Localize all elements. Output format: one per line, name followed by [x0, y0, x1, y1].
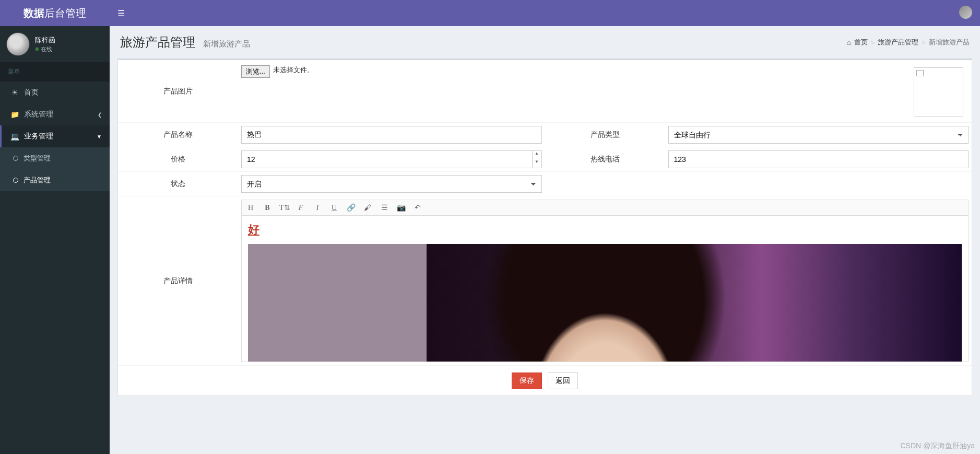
breadcrumb-mid[interactable]: 旅游产品管理 [878, 38, 918, 47]
laptop-icon: 💻 [9, 132, 20, 141]
link-icon[interactable]: 🔗 [346, 203, 356, 212]
label-product-image: 产品图片 [118, 60, 238, 122]
underline-icon[interactable]: U [329, 204, 339, 212]
editor-embedded-image [248, 244, 962, 362]
user-status: 在线 [35, 45, 55, 53]
sidebar-item-business[interactable]: 💻 业务管理 ▼ [0, 125, 110, 147]
breadcrumb-home[interactable]: 首页 [854, 38, 868, 47]
row-name-type: 产品名称 产品类型 全球自由行 [118, 123, 972, 147]
label-hotline: 热线电话 [545, 147, 665, 171]
menu-toggle-icon[interactable]: ☰ [110, 8, 133, 18]
label-detail: 产品详情 [118, 196, 238, 365]
editor-toolbar: H B T⇅ F I U 🔗 🖌 ☰ 📷 ↶ [241, 200, 969, 216]
row-product-image: 产品图片 浏览... 未选择文件。 [118, 60, 972, 123]
fontsize-icon[interactable]: T⇅ [279, 203, 289, 212]
save-button[interactable]: 保存 [512, 372, 542, 389]
menu-header: 菜单 [0, 62, 110, 82]
sidebar-item-system[interactable]: 📁 系统管理 ❮ [0, 103, 110, 125]
back-button[interactable]: 返回 [548, 372, 578, 389]
content: 旅游产品管理 新增旅游产品 ⌂ 首页 > 旅游产品管理 > 新增旅游产品 产品图… [110, 26, 980, 396]
hotline-input[interactable] [668, 150, 969, 168]
folder-icon: 📁 [9, 110, 20, 119]
image-icon[interactable]: 📷 [396, 203, 406, 212]
dashboard-icon: ⌂ [846, 38, 851, 46]
product-name-input[interactable] [241, 126, 542, 144]
breadcrumb-sep: > [871, 39, 875, 46]
page-header: 旅游产品管理 新增旅游产品 ⌂ 首页 > 旅游产品管理 > 新增旅游产品 [110, 26, 980, 59]
circle-icon [13, 156, 18, 161]
spinner-down-icon[interactable]: ▼ [533, 159, 541, 168]
sidebar-item-label: 业务管理 [24, 132, 53, 141]
topbar: 数据后台管理 ☰ [0, 0, 980, 26]
bold-icon[interactable]: B [263, 204, 272, 212]
user-avatar[interactable] [6, 32, 30, 56]
sidebar: 陈梓函 在线 菜单 ☀ 首页 📁 系统管理 ❮ 💻 业务管理 ▼ 类型管理 产品… [0, 26, 110, 404]
undo-icon[interactable]: ↶ [413, 203, 422, 212]
heading-icon[interactable]: H [246, 204, 255, 212]
brush-icon[interactable]: 🖌 [363, 204, 372, 212]
chevron-down-icon: ▼ [97, 134, 102, 139]
row-status: 状态 开启 [118, 172, 972, 196]
spinner-up-icon[interactable]: ▲ [533, 151, 541, 159]
file-status-text: 未选择文件。 [273, 65, 314, 75]
browse-button[interactable]: 浏览... [241, 65, 270, 78]
price-input[interactable] [241, 150, 542, 168]
status-dot-icon [35, 47, 39, 51]
brand-bold: 数据 [23, 6, 44, 20]
field-product-image: 浏览... 未选择文件。 [238, 60, 972, 122]
form-footer: 保存 返回 [118, 366, 972, 395]
user-panel: 陈梓函 在线 [0, 26, 110, 62]
image-placeholder-icon [916, 70, 924, 76]
align-icon[interactable]: ☰ [380, 203, 389, 212]
image-preview [914, 67, 963, 117]
label-product-type: 产品类型 [545, 123, 665, 147]
sidebar-item-label: 首页 [24, 88, 39, 97]
sidebar-item-home[interactable]: ☀ 首页 [0, 82, 110, 103]
label-product-name: 产品名称 [118, 123, 238, 147]
brand-rest: 后台管理 [44, 6, 86, 20]
page-title-text: 旅游产品管理 [120, 35, 195, 49]
row-detail: 产品详情 H B T⇅ F I U 🔗 🖌 ☰ 📷 ↶ 好 [118, 196, 972, 366]
page-subtitle: 新增旅游产品 [203, 39, 250, 48]
status-select[interactable]: 开启 [241, 175, 542, 193]
editor-text: 好 [248, 222, 962, 238]
breadcrumb: ⌂ 首页 > 旅游产品管理 > 新增旅游产品 [846, 38, 970, 47]
editor-body[interactable]: 好 [241, 216, 969, 362]
user-avatar-icon[interactable] [959, 6, 972, 19]
label-status: 状态 [118, 172, 238, 196]
brand-logo[interactable]: 数据后台管理 [0, 0, 110, 26]
product-type-select[interactable]: 全球自由行 [668, 126, 969, 144]
status-text: 在线 [41, 46, 52, 52]
breadcrumb-last: 新增旅游产品 [929, 38, 970, 47]
breadcrumb-sep: > [922, 39, 926, 46]
italic-icon[interactable]: I [313, 204, 322, 212]
sidebar-item-label: 类型管理 [23, 154, 51, 163]
user-info: 陈梓函 在线 [35, 36, 55, 53]
chevron-left-icon: ❮ [98, 112, 102, 118]
submenu-business: 类型管理 产品管理 [0, 147, 110, 191]
sidebar-item-label: 系统管理 [24, 110, 53, 119]
font-icon[interactable]: F [296, 204, 305, 212]
number-spinner[interactable]: ▲ ▼ [532, 151, 541, 168]
row-price-hotline: 价格 ▲ ▼ 热线电话 [118, 147, 972, 172]
sidebar-subitem-type[interactable]: 类型管理 [0, 147, 110, 169]
dashboard-icon: ☀ [9, 88, 20, 97]
editor-wrap: H B T⇅ F I U 🔗 🖌 ☰ 📷 ↶ 好 [238, 196, 972, 365]
label-price: 价格 [118, 147, 238, 171]
page-title: 旅游产品管理 新增旅游产品 [120, 34, 250, 51]
form-box: 产品图片 浏览... 未选择文件。 产品名称 产品类型 [117, 59, 972, 396]
user-name: 陈梓函 [35, 36, 55, 45]
sidebar-subitem-product[interactable]: 产品管理 [0, 169, 110, 191]
circle-icon [13, 178, 18, 183]
topbar-right [959, 6, 980, 20]
sidebar-item-label: 产品管理 [23, 176, 51, 185]
